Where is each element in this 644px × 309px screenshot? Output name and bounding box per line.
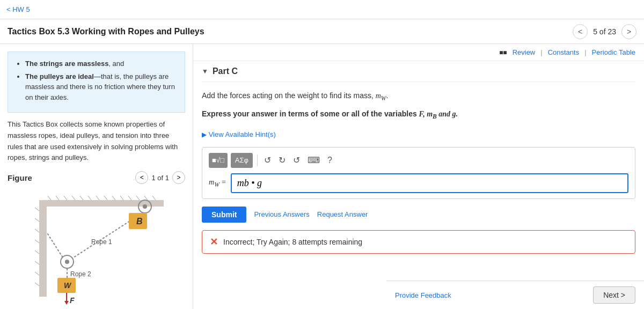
svg-line-14 <box>35 208 39 211</box>
symbol-button[interactable]: ΑΣφ <box>231 153 253 168</box>
force-arrow-symbol: → <box>70 295 75 300</box>
svg-line-20 <box>35 272 39 275</box>
svg-line-0 <box>48 196 51 200</box>
previous-answers-link[interactable]: Previous Answers <box>254 210 309 218</box>
info-bullet-1-bold: The strings are massless <box>25 60 108 68</box>
refresh-button[interactable]: ↺ <box>291 153 302 168</box>
main-layout: The strings are massless, and The pulley… <box>0 44 644 309</box>
keyboard-button[interactable]: ⌨ <box>305 153 322 168</box>
right-panel: ■■ Review | Constants | Periodic Table ▼… <box>193 44 644 309</box>
next-page-button[interactable]: > <box>621 24 636 39</box>
feedback-link[interactable]: Provide Feedback <box>395 291 451 299</box>
submit-button[interactable]: Submit <box>202 207 246 223</box>
svg-line-7 <box>104 196 107 200</box>
expression-text: Express your answer in terms of some or … <box>202 108 635 122</box>
undo-button[interactable]: ↺ <box>262 153 273 168</box>
info-box: The strings are massless, and The pulley… <box>8 52 185 113</box>
mw-symbol: mW <box>376 92 386 100</box>
periodic-table-link[interactable]: Periodic Table <box>592 48 635 56</box>
svg-line-18 <box>35 251 39 254</box>
toolbar-row: ■√□ ΑΣφ ↺ ↻ ↺ ⌨ ? <box>209 153 628 168</box>
svg-line-2 <box>64 196 67 200</box>
help-button[interactable]: ? <box>325 153 334 168</box>
svg-line-13 <box>152 196 156 200</box>
svg-line-11 <box>136 196 140 200</box>
action-row: Submit Previous Answers Request Answer <box>202 207 635 223</box>
svg-line-3 <box>72 196 75 200</box>
incorrect-icon: ✕ <box>210 236 218 248</box>
bottom-bar: Provide Feedback Next > <box>386 281 644 309</box>
answer-row: mW = <box>209 173 628 193</box>
answer-input[interactable] <box>231 173 628 193</box>
svg-line-12 <box>144 196 148 200</box>
review-link[interactable]: Review <box>513 48 536 56</box>
page-title: Tactics Box 5.3 Working with Ropes and P… <box>8 27 204 36</box>
figure-page: 1 of 1 <box>151 174 169 182</box>
figure-title: Figure <box>8 173 32 182</box>
svg-line-19 <box>35 261 39 264</box>
figure-svg: Rope 1 Rope 2 B W F → <box>13 189 180 307</box>
svg-line-6 <box>96 196 99 200</box>
answer-label: mW = <box>209 178 226 188</box>
constants-link[interactable]: Constants <box>548 48 580 56</box>
force-arrow-head <box>64 301 69 305</box>
hint-label: View Available Hint(s) <box>209 130 276 138</box>
review-icon: ■■ <box>499 49 507 56</box>
part-section: ▼ Part C Add the forces acting on the we… <box>193 61 644 271</box>
svg-line-1 <box>56 196 59 200</box>
header: Tactics Box 5.3 Working with Ropes and P… <box>0 19 644 44</box>
answer-box: ■√□ ΑΣφ ↺ ↻ ↺ ⌨ ? mW = <box>202 147 635 199</box>
prev-page-button[interactable]: < <box>573 24 588 39</box>
svg-line-8 <box>112 196 115 200</box>
variables-expr: F, mB and g. <box>419 110 458 118</box>
svg-line-4 <box>80 196 83 200</box>
svg-line-10 <box>128 196 131 200</box>
part-collapse-icon: ▼ <box>202 68 208 75</box>
info-bullet-2-bold: The pulleys are ideal <box>25 72 94 80</box>
page-indicator: 5 of 23 <box>593 27 616 36</box>
divider-2: | <box>584 48 586 56</box>
matrix-button[interactable]: ■√□ <box>209 153 228 168</box>
svg-line-9 <box>120 196 123 200</box>
left-panel: The strings are massless, and The pulley… <box>0 44 193 309</box>
weight-w-label: W <box>64 281 72 290</box>
redo-button[interactable]: ↻ <box>276 153 288 168</box>
rope2-label: Rope 2 <box>70 270 91 278</box>
resources-bar: ■■ Review | Constants | Periodic Table <box>193 44 644 61</box>
rope1-wall-line <box>47 232 63 258</box>
svg-line-17 <box>35 240 39 243</box>
pagination-nav: < 5 of 23 > <box>573 24 636 39</box>
rope1-label: Rope 1 <box>91 238 112 246</box>
svg-line-21 <box>35 283 39 286</box>
request-answer-link[interactable]: Request Answer <box>317 210 368 218</box>
part-header[interactable]: ▼ Part C <box>202 61 635 82</box>
hint-link[interactable]: ▶ View Available Hint(s) <box>202 130 276 138</box>
incorrect-box: ✕ Incorrect; Try Again; 8 attempts remai… <box>202 230 635 254</box>
figure-prev-button[interactable]: < <box>135 171 148 184</box>
back-link[interactable]: < HW 5 <box>6 5 30 13</box>
pulley-top-axle <box>143 204 147 209</box>
hint-arrow-icon: ▶ <box>202 131 207 138</box>
question-text: Add the forces acting on the weight to f… <box>202 90 635 104</box>
part-label: Part C <box>213 67 238 76</box>
next-button[interactable]: Next > <box>593 286 635 304</box>
top-nav: < HW 5 <box>0 0 644 19</box>
block-b-label: B <box>136 217 143 226</box>
left-wall <box>39 200 47 297</box>
figure-area: Rope 1 Rope 2 B W F → <box>8 189 185 307</box>
divider-1: | <box>540 48 542 56</box>
svg-line-16 <box>35 229 39 232</box>
figure-header: Figure < 1 of 1 > <box>8 171 185 184</box>
pulley-left-axle <box>65 260 69 264</box>
toolbar-sep-1 <box>257 154 258 166</box>
incorrect-text: Incorrect; Try Again; 8 attempts remaini… <box>223 238 362 246</box>
description-text: This Tactics Box collects some known pro… <box>8 119 185 164</box>
figure-nav: < 1 of 1 > <box>135 171 185 184</box>
svg-line-15 <box>35 218 39 222</box>
info-bullet-1-rest: , and <box>108 60 124 68</box>
figure-next-button[interactable]: > <box>172 171 185 184</box>
svg-line-5 <box>88 196 91 200</box>
